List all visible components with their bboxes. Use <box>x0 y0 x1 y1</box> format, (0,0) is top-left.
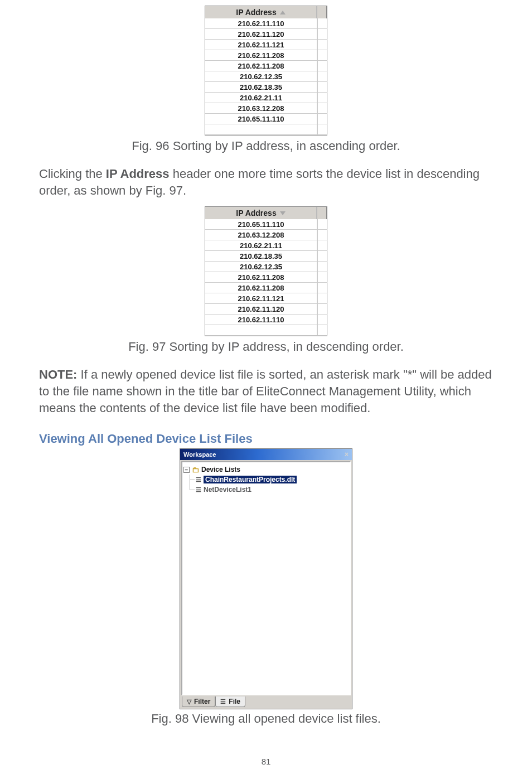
workspace-tabs: ▽ Filter ☰ File <box>180 696 352 709</box>
table-row[interactable]: 210.62.21.11 <box>205 93 327 103</box>
fig98-caption: Fig. 98 Viewing all opened device list f… <box>39 712 493 726</box>
table-row[interactable]: 210.62.12.35 <box>205 262 327 272</box>
tree-item-label: NetDeviceList1 <box>204 486 252 494</box>
table-row[interactable]: 210.62.18.35 <box>205 251 327 262</box>
header-spacer <box>317 207 327 219</box>
ip-cell: 210.62.11.208 <box>205 50 318 61</box>
workspace-pane: Workspace × − 🗀 Device Lists ☰ChainResta… <box>180 448 352 709</box>
folder-icon: 🗀 <box>192 466 199 474</box>
tree-root-label: Device Lists <box>201 466 240 473</box>
table-row[interactable]: 210.63.12.208 <box>205 103 327 114</box>
ip-cell: 210.62.11.208 <box>205 61 318 71</box>
row-spacer <box>318 114 327 124</box>
ip-cell: 210.62.21.11 <box>205 93 318 103</box>
row-spacer <box>318 50 327 61</box>
ip-cell: 210.62.11.208 <box>205 283 318 293</box>
row-spacer <box>318 71 327 82</box>
ip-address-column-header[interactable]: IP Address <box>205 207 317 219</box>
ip-address-column-header[interactable]: IP Address <box>205 6 317 18</box>
row-spacer <box>318 29 327 40</box>
workspace-body: − 🗀 Device Lists ☰ChainRestaurantProject… <box>181 461 351 695</box>
table-row[interactable]: 210.62.11.208 <box>205 61 327 71</box>
row-spacer <box>318 93 327 103</box>
table-row[interactable]: 210.62.18.35 <box>205 82 327 93</box>
filter-icon: ▽ <box>187 698 191 705</box>
tree-toggle-icon[interactable]: − <box>183 467 190 473</box>
fig96-caption: Fig. 96 Sorting by IP address, in ascend… <box>39 139 493 153</box>
row-spacer <box>318 272 327 283</box>
table-row[interactable]: 210.62.11.121 <box>205 40 327 50</box>
tree-root-row[interactable]: − 🗀 Device Lists <box>183 465 349 475</box>
ip-cell: . <box>205 325 318 336</box>
workspace-title-bar: Workspace × <box>180 449 352 460</box>
table-row[interactable]: 210.62.11.120 <box>205 29 327 40</box>
table-row[interactable]: 210.62.11.121 <box>205 293 327 304</box>
fig96-table: IP Address 210.62.11.110210.62.11.120210… <box>205 6 327 136</box>
table-row[interactable]: 210.63.12.208 <box>205 230 327 240</box>
fig97-caption: Fig. 97 Sorting by IP address, in descen… <box>39 340 493 354</box>
ip-cell: 210.63.12.208 <box>205 103 318 114</box>
table-row[interactable]: 210.62.11.120 <box>205 304 327 315</box>
row-spacer <box>318 304 327 315</box>
table-row[interactable]: 210.62.11.110 <box>205 315 327 325</box>
row-spacer <box>318 262 327 272</box>
fig97-table: IP Address 210.65.11.110210.63.12.208210… <box>205 206 327 336</box>
para1-bold: IP Address <box>106 167 170 181</box>
row-spacer <box>318 230 327 240</box>
fig97-rows: 210.65.11.110210.63.12.208210.62.21.1121… <box>205 219 327 336</box>
row-spacer <box>318 18 327 29</box>
table-row[interactable]: 210.62.11.208 <box>205 272 327 283</box>
table-row[interactable]: 210.62.11.110 <box>205 18 327 29</box>
sort-ascending-icon <box>280 11 286 14</box>
tree-children: ☰ChainRestaurantProjects.dlt☰NetDeviceLi… <box>183 475 349 495</box>
tree-item[interactable]: ☰NetDeviceList1 <box>187 485 349 495</box>
table-row[interactable]: 210.65.11.110 <box>205 114 327 124</box>
table-row-empty: . <box>205 325 327 336</box>
table-row[interactable]: 210.65.11.110 <box>205 219 327 230</box>
row-spacer <box>318 103 327 114</box>
ip-cell: 210.65.11.110 <box>205 219 318 230</box>
page-number: 81 <box>0 757 532 766</box>
ip-cell: 210.62.11.120 <box>205 304 318 315</box>
row-spacer <box>318 325 327 336</box>
tab-filter-label: Filter <box>194 698 210 705</box>
workspace-body-wrap: − 🗀 Device Lists ☰ChainRestaurantProject… <box>180 460 352 696</box>
row-spacer <box>318 315 327 325</box>
ip-cell: 210.62.18.35 <box>205 251 318 262</box>
tree-item[interactable]: ☰ChainRestaurantProjects.dlt <box>187 475 349 485</box>
header-spacer <box>317 6 327 18</box>
table-row[interactable]: 210.62.12.35 <box>205 71 327 82</box>
tab-filter[interactable]: ▽ Filter <box>182 696 215 707</box>
ip-address-header-label: IP Address <box>236 209 276 217</box>
table-row[interactable]: 210.62.11.208 <box>205 283 327 293</box>
ip-cell: 210.65.11.110 <box>205 114 318 124</box>
section-heading: Viewing All Opened Device List Files <box>39 432 493 446</box>
row-spacer <box>318 40 327 50</box>
row-spacer <box>318 124 327 135</box>
ip-cell: 210.63.12.208 <box>205 230 318 240</box>
document-icon: ☰ <box>196 486 201 494</box>
fig96-header-row: IP Address <box>205 6 327 18</box>
table-row[interactable]: 210.62.21.11 <box>205 240 327 251</box>
document-icon: ☰ <box>220 698 226 705</box>
fig97-header-row: IP Address <box>205 206 327 219</box>
ip-address-header-label: IP Address <box>236 8 276 17</box>
table-row[interactable]: 210.62.11.208 <box>205 50 327 61</box>
close-icon[interactable]: × <box>345 451 349 458</box>
row-spacer <box>318 251 327 262</box>
row-spacer <box>318 219 327 230</box>
document-icon: ☰ <box>196 476 201 483</box>
note-text: If a newly opened device list file is so… <box>39 367 492 414</box>
tab-file[interactable]: ☰ File <box>215 696 245 707</box>
row-spacer <box>318 293 327 304</box>
ip-cell: 210.62.18.35 <box>205 82 318 93</box>
ip-cell: 210.62.21.11 <box>205 240 318 251</box>
ip-cell: 210.62.11.120 <box>205 29 318 40</box>
table-row-empty: . <box>205 124 327 135</box>
sort-descending-icon <box>280 211 286 215</box>
ip-cell: 210.62.12.35 <box>205 71 318 82</box>
ip-cell: 210.62.11.110 <box>205 315 318 325</box>
ip-cell: . <box>205 124 318 135</box>
paragraph-ip-header-click: Clicking the IP Address header one more … <box>39 166 493 199</box>
ip-cell: 210.62.11.208 <box>205 272 318 283</box>
